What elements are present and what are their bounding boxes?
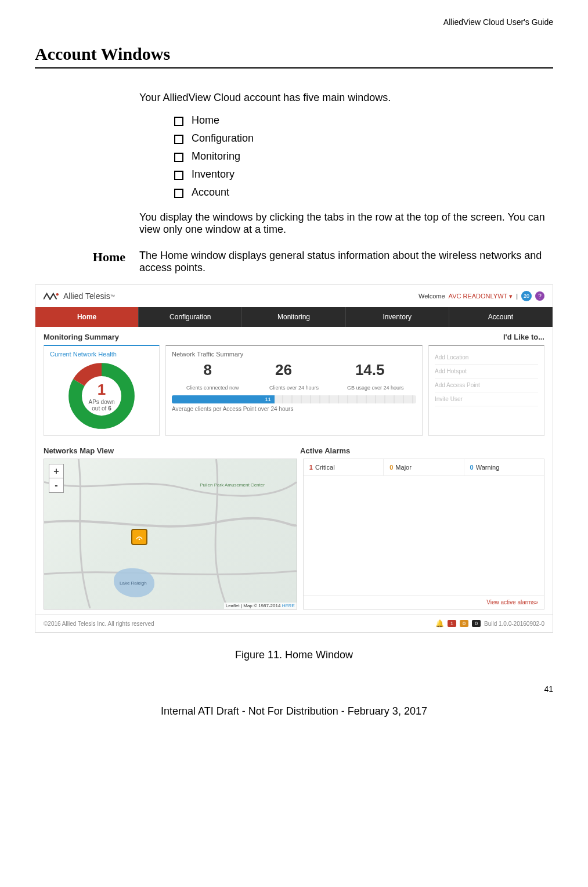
aps-down-caption: APs down out of 6: [88, 399, 114, 412]
avg-clients-caption: Average clients per Access Point over 24…: [172, 406, 416, 412]
zoom-in-button[interactable]: +: [49, 464, 63, 478]
page-number: 41: [35, 684, 553, 694]
map-park-label: Pullen Park Amusement Center: [200, 482, 265, 488]
tab-inventory[interactable]: Inventory: [346, 307, 449, 327]
network-health-panel: Current Network Health 1 APs down out of…: [44, 345, 160, 436]
tab-configuration[interactable]: Configuration: [139, 307, 242, 327]
id-like-to-panel: Add Location Add Hotspot Add Access Poin…: [428, 345, 544, 436]
list-item: Home: [174, 114, 553, 127]
stat-clients-now: 8: [204, 361, 212, 379]
internal-draft-notice: Internal ATI Draft - Not For Distributio…: [35, 705, 553, 717]
map-attr-link[interactable]: HERE: [282, 603, 295, 608]
footer-badge-major[interactable]: 0: [460, 620, 468, 627]
list-item: Inventory: [174, 168, 553, 181]
tab-home[interactable]: Home: [35, 307, 139, 327]
help-icon[interactable]: ?: [535, 291, 544, 301]
like-to-item[interactable]: Add Access Point: [435, 378, 538, 392]
chevron-down-icon: ▾: [509, 293, 513, 300]
title-rule: [35, 67, 553, 68]
footer-badge-critical[interactable]: 1: [448, 620, 456, 627]
footer-badge-other[interactable]: 0: [472, 620, 481, 627]
view-active-alarms-link[interactable]: View active alarms»: [304, 595, 544, 609]
build-label: Build 1.0.0-20160902-0: [484, 621, 544, 627]
stat-label: GB usage over 24 hours: [335, 385, 416, 391]
list-item: Configuration: [174, 132, 553, 145]
avg-clients-bar: 11: [172, 395, 416, 403]
divider: |: [516, 293, 518, 300]
stat-label: Clients connected now: [172, 385, 253, 391]
stat-clients-24h: 26: [275, 361, 292, 379]
svg-point-4: [139, 539, 140, 540]
zoom-out-button[interactable]: -: [49, 478, 63, 492]
brand-logo: Allied Telesis™: [44, 291, 115, 301]
panel-title: Network Traffic Summary: [172, 351, 416, 358]
tab-monitoring[interactable]: Monitoring: [242, 307, 345, 327]
figure-caption: Figure 11. Home Window: [35, 649, 553, 661]
health-donut-chart: 1 APs down out of 6: [67, 361, 136, 431]
like-to-item[interactable]: Add Location: [435, 351, 538, 365]
trademark-icon: ™: [110, 294, 115, 299]
avg-clients-bar-fill: 11: [172, 395, 275, 403]
doc-header-label: AlliedView Cloud User's Guide: [35, 17, 553, 27]
main-nav: Home Configuration Monitoring Inventory …: [35, 307, 553, 327]
alarm-major[interactable]: 0Major: [384, 459, 464, 475]
svg-point-0: [56, 293, 59, 295]
app-footer: ©2016 Allied Telesis Inc. All rights res…: [35, 614, 553, 632]
welcome-label: Welcome: [419, 293, 445, 300]
list-item: Account: [174, 186, 553, 199]
id-like-to-heading: I'd Like to...: [503, 333, 544, 341]
monitoring-summary-heading: Monitoring Summary: [44, 333, 119, 341]
notifications-badge[interactable]: 20: [521, 291, 532, 301]
map-zoom-controls: + -: [49, 464, 64, 493]
map-roads-icon: [44, 459, 297, 608]
networks-map[interactable]: + - Pullen Park Amusement Center Lake Ra…: [44, 459, 297, 610]
home-heading: Home: [35, 250, 139, 265]
home-window-screenshot: Allied Telesis™ Welcome AVC READONLYWT ▾…: [35, 284, 553, 633]
section-title: Account Windows: [35, 44, 553, 64]
tab-account[interactable]: Account: [449, 307, 553, 327]
stat-label: Clients over 24 hours: [253, 385, 334, 391]
list-item: Monitoring: [174, 150, 553, 163]
stat-gb-24h: 14.5: [355, 361, 385, 379]
map-lake-label: Lake Raleigh: [120, 580, 147, 586]
app-topbar: Allied Telesis™ Welcome AVC READONLYWT ▾…: [35, 285, 553, 307]
alarm-critical[interactable]: 1Critical: [304, 459, 384, 475]
welcome-block: Welcome AVC READONLYWT ▾ | 20 ?: [419, 291, 544, 301]
map-attribution: Leaflet | Map © 1987-2014 HERE: [224, 603, 297, 609]
traffic-summary-panel: Network Traffic Summary 8 26 14.5 Client…: [165, 345, 423, 436]
active-alarms-panel: 1Critical 0Major 0Warning View active al…: [303, 459, 544, 610]
copyright-text: ©2016 Allied Telesis Inc. All rights res…: [44, 621, 154, 627]
aps-down-count: 1: [88, 381, 114, 399]
brand-name: Allied Telesis: [63, 291, 110, 301]
intro-text: Your AlliedView Cloud account has five m…: [139, 92, 553, 104]
map-view-heading: Networks Map View: [44, 446, 300, 455]
tab-description: You display the windows by clicking the …: [139, 211, 553, 236]
like-to-item[interactable]: Add Hotspot: [435, 365, 538, 378]
bell-icon[interactable]: 🔔: [435, 619, 444, 628]
map-ap-marker-icon[interactable]: [131, 529, 147, 545]
alarm-warning[interactable]: 0Warning: [464, 459, 544, 475]
active-alarms-heading: Active Alarms: [300, 446, 544, 455]
home-description: The Home window displays general status …: [139, 250, 553, 274]
windows-list: Home Configuration Monitoring Inventory …: [174, 114, 553, 199]
user-menu[interactable]: AVC READONLYWT ▾: [449, 293, 513, 300]
like-to-item[interactable]: Invite User: [435, 392, 538, 406]
panel-title: Current Network Health: [50, 351, 117, 358]
logo-mark-icon: [44, 292, 60, 300]
